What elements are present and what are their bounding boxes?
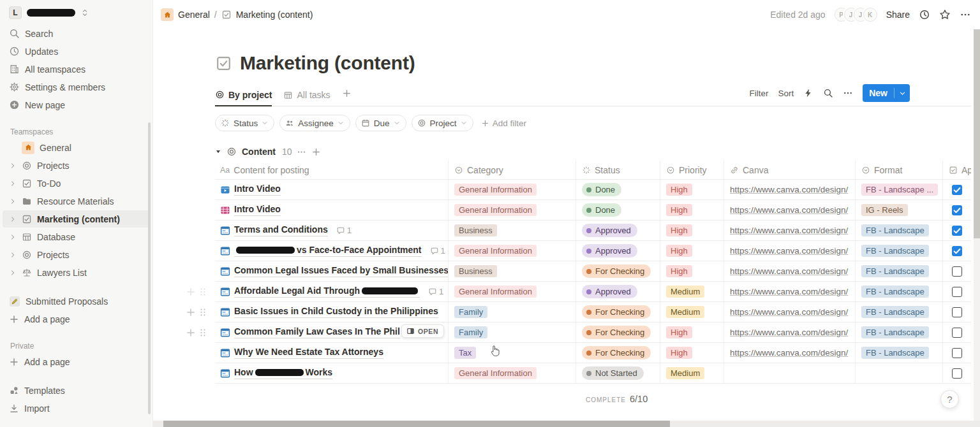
cell-format[interactable]: FB - Landscape [856,343,943,363]
cell-canva[interactable]: https://www.canva.com/design/ [724,343,856,363]
page-link[interactable]: Common Legal Issues Faced by Small Busin… [234,265,449,277]
canva-link[interactable]: https://www.canva.com/design/ [730,348,848,358]
cell-category[interactable]: Business [449,261,576,281]
cell-approved[interactable] [943,282,971,301]
table-row[interactable]: Affordable Legal Aid Through1General Inf… [215,282,971,302]
cell-priority[interactable]: Medium [660,363,724,383]
column-header-format[interactable]: Format [856,161,943,179]
group-more-icon[interactable] [297,147,306,157]
chevron-right-icon[interactable] [9,251,17,259]
sidebar-item-projects[interactable]: Projects [3,246,150,263]
cell-status[interactable]: Done [576,200,660,220]
cell-format[interactable]: FB - Landscape ... [856,180,943,199]
horizontal-scrollbar-thumb[interactable] [163,421,670,427]
cell-content-for-posting[interactable]: Why We Need Estate Tax Attorneys [215,343,449,363]
canva-link[interactable]: https://www.canva.com/design/ [730,205,848,215]
cell-priority[interactable]: High [660,221,724,240]
cell-format[interactable]: FB - Landscape [856,322,943,342]
table-row[interactable]: Common Family Law Cases In The PhilOPENF… [215,322,971,343]
cell-category[interactable]: General Information [449,241,576,261]
cell-content-for-posting[interactable]: Affordable Legal Aid Through1 [215,282,449,301]
canva-link[interactable]: https://www.canva.com/design/ [730,185,848,194]
cell-canva[interactable]: https://www.canva.com/design/ [724,180,856,199]
table-row[interactable]: HowWorksGeneral InformationNot StartedMe… [215,363,971,384]
table-row[interactable]: vs Face-to-Face Appointment1General Info… [215,241,971,261]
cell-priority[interactable]: High [660,241,724,261]
cell-category[interactable]: Tax [449,343,576,363]
cell-approved[interactable] [943,302,971,322]
page-link[interactable]: vs Face-to-Face Appointment [234,245,422,257]
tab-all-tasks[interactable]: All tasks [283,85,330,106]
cell-status[interactable]: Approved [576,241,660,261]
vertical-scrollbar[interactable] [974,29,980,421]
cell-category[interactable]: Family [449,322,576,342]
cell-content-for-posting[interactable]: Common Legal Issues Faced by Small Busin… [215,261,449,281]
comment-badge[interactable]: 1 [430,246,445,256]
sidebar-item-updates[interactable]: Updates [3,43,150,60]
page-link[interactable]: Intro Video [234,204,281,216]
filter-pill-status[interactable]: Status [215,115,274,131]
sidebar-item-add-a-page[interactable]: Add a page [3,353,150,370]
filter-pill-project[interactable]: Project [412,115,473,131]
chevron-right-icon[interactable] [9,215,17,223]
checkbox-checked[interactable] [952,205,962,215]
checkbox-unchecked[interactable] [952,287,962,297]
canva-link[interactable]: https://www.canva.com/design/ [730,266,848,276]
vertical-scrollbar-thumb[interactable] [974,29,980,238]
cell-status[interactable]: For Checking [576,322,660,342]
sidebar-item-new-page[interactable]: New page [3,96,150,113]
canva-link[interactable]: https://www.canva.com/design/ [730,226,848,235]
cell-content-for-posting[interactable]: Basic Issues in Child Custody in the Phi… [215,302,449,322]
cell-priority[interactable]: High [660,200,724,220]
column-header-content-for-posting[interactable]: AaContent for posting [215,161,449,179]
page-link[interactable]: Terms and Conditions [234,224,328,236]
new-button[interactable]: New [863,84,910,102]
cell-format[interactable]: FB - Landscape [856,302,943,322]
table-row[interactable]: Common Legal Issues Faced by Small Busin… [215,261,971,282]
add-filter-button[interactable]: Add filter [481,119,526,128]
cell-canva[interactable]: https://www.canva.com/design/ [724,282,856,301]
table-row[interactable]: Terms and Conditions1BusinessApprovedHig… [215,221,971,241]
help-button[interactable]: ? [940,390,959,409]
cell-canva[interactable]: https://www.canva.com/design/ [724,241,856,261]
chevron-right-icon[interactable] [9,269,17,277]
cell-status[interactable]: Approved [576,221,660,240]
page-link[interactable]: HowWorks [234,367,332,379]
view-more-icon[interactable] [843,88,853,98]
workspace-switcher[interactable]: L [0,0,152,24]
sidebar-item-search[interactable]: Search [3,25,150,42]
chevron-right-icon[interactable] [9,198,17,205]
sidebar-item-marketing-content[interactable]: Marketing (content) [3,210,150,228]
cell-content-for-posting[interactable]: Common Family Law Cases In The PhilOPEN [215,322,449,342]
drag-handle-icon[interactable] [198,307,208,317]
group-collapse-icon[interactable] [215,148,221,155]
checkbox-unchecked[interactable] [952,348,962,358]
cell-content-for-posting[interactable]: Intro Video [215,200,449,220]
cell-approved[interactable] [943,221,971,240]
checkbox-unchecked[interactable] [952,266,962,277]
cell-content-for-posting[interactable]: HowWorks [215,363,449,383]
cell-approved[interactable] [943,363,971,383]
cell-category[interactable]: Business [449,221,576,240]
history-icon[interactable] [919,9,930,20]
breadcrumb-general[interactable]: General [161,8,210,21]
sidebar-item-database[interactable]: Database [3,228,150,245]
cell-priority[interactable]: Medium [660,282,724,301]
cell-category[interactable]: Family [449,302,576,322]
sidebar-item-to-do[interactable]: To-Do [3,175,150,192]
comment-badge[interactable]: 1 [428,287,443,296]
sidebar-item-projects[interactable]: Projects [3,157,150,174]
cell-priority[interactable]: High [660,180,724,199]
checkbox-checked[interactable] [952,246,962,256]
cell-priority[interactable]: Medium [660,302,724,322]
cell-category[interactable]: General Information [449,282,576,301]
page-link[interactable]: Affordable Legal Aid Through [234,286,420,298]
chevron-right-icon[interactable] [9,162,17,170]
filter-button[interactable]: Filter [749,89,768,98]
cell-category[interactable]: General Information [449,180,576,199]
sidebar-item-general[interactable]: General [3,139,150,156]
new-button-label[interactable]: New [863,88,894,98]
tab-by-project[interactable]: By project [215,86,272,106]
more-options-icon[interactable] [960,9,971,20]
cell-category[interactable]: General Information [449,363,576,383]
